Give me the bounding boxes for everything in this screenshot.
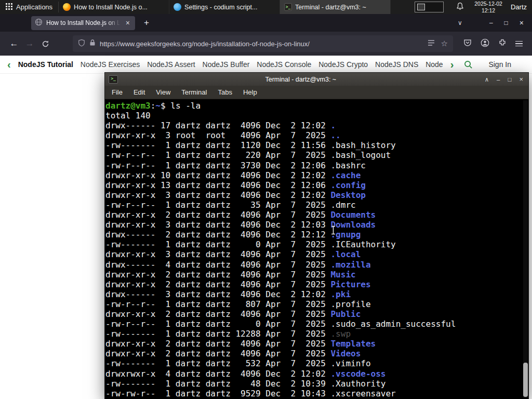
url-text: https://www.geeksforgeeks.org/node-js/in…: [100, 40, 423, 48]
menu-icon[interactable]: [515, 41, 523, 47]
site-nav-item-console[interactable]: NodeJS Console: [257, 60, 311, 69]
terminal-line: drwxr-xr-x 2 dartz dartz 4096 Apr 7 2025…: [105, 339, 528, 349]
bell-icon: [456, 2, 464, 12]
shield-icon: [78, 39, 85, 49]
search-icon[interactable]: [464, 60, 473, 69]
terminal-line: drwxr-xr-x 2 dartz dartz 4096 Apr 7 2025…: [105, 210, 528, 220]
site-nav-item-buffer[interactable]: NodeJS Buffer: [203, 60, 250, 69]
terminal-maximize-button[interactable]: □: [508, 76, 511, 83]
terminal-line: drwxr-xr-x 3 root root 4096 Apr 7 2025 .…: [105, 130, 528, 140]
terminal-line: -rw------- 1 dartz dartz 48 Dec 2 10:39 …: [105, 379, 528, 389]
forward-button[interactable]: →: [22, 36, 37, 51]
terminal-close-button[interactable]: ×: [519, 75, 523, 83]
terminal-menu-help[interactable]: Help: [243, 88, 257, 96]
terminal-menubar: File Edit View Terminal Tabs Help: [105, 86, 528, 99]
clock-time: 12:12: [482, 7, 495, 14]
terminal-icon: >_: [284, 3, 292, 11]
terminal-line: drwxr-xr-x 3 dartz dartz 4096 Apr 7 2025…: [105, 249, 528, 259]
clock-date: 2025-12-02: [474, 1, 502, 7]
terminal-menu-file[interactable]: File: [112, 88, 123, 96]
terminal-line: -rw-rw-r-- 1 dartz dartz 9529 Dec 2 10:4…: [105, 389, 528, 398]
terminal-line: drwx------ 3 dartz dartz 4096 Dec 2 12:0…: [105, 289, 528, 299]
reload-button[interactable]: [37, 36, 53, 51]
terminal-line: drwxr-xr-x 2 dartz dartz 4096 Apr 7 2025…: [105, 270, 528, 280]
terminal-menu-tabs[interactable]: Tabs: [218, 88, 232, 96]
terminal-line: -rw------- 1 dartz dartz 0 Apr 7 2025 .I…: [105, 240, 528, 249]
terminal-line: drwxr-xr-x 2 dartz dartz 4096 Apr 7 2025…: [105, 280, 528, 289]
site-nav-item-crypto[interactable]: NodeJS Crypto: [318, 60, 368, 69]
terminal-menu-terminal[interactable]: Terminal: [181, 88, 207, 96]
browser-tab-active[interactable]: How to Install Node.js on Linux ×: [31, 16, 135, 30]
terminal-line: drwxr-xr-x 3 dartz dartz 4096 Dec 2 12:0…: [105, 220, 528, 230]
lock-icon: [89, 39, 96, 48]
reader-mode-icon[interactable]: [428, 39, 435, 48]
terminal-line: drwxr-xr-x 2 dartz dartz 4096 Apr 7 2025…: [105, 349, 528, 358]
workspace-switcher[interactable]: [415, 2, 444, 12]
workspace-window-miniature: [417, 4, 425, 10]
minimize-button[interactable]: –: [489, 20, 493, 26]
site-nav-item-exercises[interactable]: NodeJS Exercises: [81, 60, 140, 69]
terminal-line: drwxr-xr-x 3 dartz dartz 4096 Dec 2 12:0…: [105, 190, 528, 200]
extensions-icon[interactable]: [498, 38, 507, 49]
tab-close-button[interactable]: ×: [124, 19, 131, 27]
new-tab-button[interactable]: +: [140, 17, 153, 29]
taskbar-button-codium[interactable]: Settings - codium script...: [169, 0, 280, 14]
terminal-shade-button[interactable]: ∧: [485, 76, 489, 83]
terminal-line: -rw-r--r-- 1 dartz dartz 3730 Dec 2 12:0…: [105, 161, 528, 170]
terminal-line: drwx------ 4 dartz dartz 4096 Apr 7 2025…: [105, 260, 528, 270]
codium-icon: [174, 3, 181, 11]
terminal-line: -rw-r--r-- 1 dartz dartz 35 Apr 7 2025 .…: [105, 200, 528, 210]
terminal-app-icon: >_: [109, 75, 118, 84]
terminal-scrollbar[interactable]: [523, 100, 528, 398]
taskbar-button-firefox[interactable]: How to Install Node.js o...: [59, 0, 169, 14]
terminal-line: -rw-r--r-- 1 dartz dartz 0 Apr 7 2025 .s…: [105, 319, 528, 329]
maximize-button[interactable]: □: [504, 20, 508, 26]
navigation-toolbar: ← → ht: [0, 32, 532, 56]
terminal-line: -rw------- 1 dartz dartz 1120 Dec 2 11:5…: [105, 140, 528, 150]
taskbar-label: Terminal - dartz@vm3: ~: [295, 4, 366, 11]
terminal-window: >_ Terminal - dartz@vm3: ~ ∧ – □ × File …: [105, 73, 528, 399]
list-all-tabs-button[interactable]: ∨: [454, 18, 467, 28]
desktop: Applications How to Install Node.js o...…: [0, 0, 532, 399]
site-nav-item-assert[interactable]: NodeJS Assert: [147, 60, 195, 69]
account-icon[interactable]: [481, 38, 489, 49]
nav-scroll-left-chevron-icon[interactable]: ‹: [7, 59, 11, 70]
terminal-line: -rw------- 1 dartz dartz 12288 Apr 7 202…: [105, 329, 528, 339]
terminal-titlebar[interactable]: >_ Terminal - dartz@vm3: ~ ∧ – □ ×: [105, 73, 528, 86]
sign-in-button[interactable]: Sign In: [488, 60, 511, 69]
taskbar-label: How to Install Node.js o...: [74, 4, 148, 11]
terminal-line: dartz@vm3:~$ ls -la: [105, 101, 528, 111]
taskbar-button-terminal[interactable]: >_ Terminal - dartz@vm3: ~: [280, 0, 391, 14]
close-button[interactable]: ×: [520, 19, 524, 26]
terminal-title: Terminal - dartz@vm3: ~: [121, 76, 481, 83]
terminal-scrollbar-thumb[interactable]: [523, 363, 528, 397]
firefox-icon: [63, 3, 71, 11]
taskbar-label: Settings - codium script...: [184, 4, 257, 11]
nav-scroll-right-chevron-icon[interactable]: ›: [450, 59, 454, 70]
pocket-icon[interactable]: [463, 38, 472, 49]
site-nav-item-dns[interactable]: NodeJS DNS: [375, 60, 418, 69]
globe-favicon-icon: [35, 18, 43, 28]
terminal-screen[interactable]: dartz@vm3:~$ ls -latotal 140drwx------ 1…: [105, 99, 528, 399]
site-nav-item-truncated[interactable]: Node: [425, 60, 443, 69]
applications-menu-button[interactable]: Applications: [0, 0, 58, 14]
terminal-menu-view[interactable]: View: [156, 88, 170, 96]
terminal-line: drwxrwxr-x 4 dartz dartz 4096 Dec 2 12:0…: [105, 369, 528, 379]
top-panel: Applications How to Install Node.js o...…: [0, 0, 532, 14]
panel-clock[interactable]: 2025-12-02 12:12: [469, 0, 508, 14]
back-button[interactable]: ←: [6, 36, 22, 51]
terminal-output: dartz@vm3:~$ ls -latotal 140drwx------ 1…: [105, 101, 528, 398]
site-navigation-bar: ‹ NodeJS Tutorial NodeJS Exercises NodeJ…: [0, 56, 532, 74]
tab-bar: How to Install Node.js on Linux × + ∨ – …: [0, 14, 532, 32]
terminal-minimize-button[interactable]: –: [497, 76, 500, 83]
window-controls: – □ ×: [489, 19, 524, 26]
site-nav-item-tutorial[interactable]: NodeJS Tutorial: [18, 60, 73, 69]
panel-user[interactable]: Dartz: [508, 0, 532, 14]
mouse-cursor-ibeam: [330, 225, 336, 237]
url-bar[interactable]: https://www.geeksforgeeks.org/node-js/in…: [73, 35, 453, 52]
notifications-button[interactable]: [451, 0, 469, 14]
terminal-menu-edit[interactable]: Edit: [134, 88, 145, 96]
bookmark-star-icon[interactable]: ☆: [441, 39, 448, 48]
terminal-line: drwx------ 2 dartz dartz 4096 Dec 2 12:1…: [105, 230, 528, 240]
terminal-line: drwxr-xr-x 2 dartz dartz 4096 Apr 7 2025…: [105, 309, 528, 319]
